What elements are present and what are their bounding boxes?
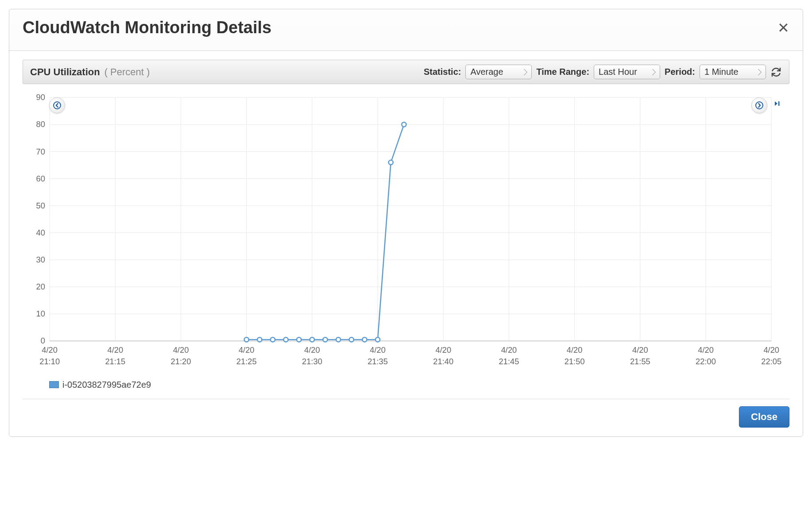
chart-nav-prev-button[interactable] xyxy=(49,97,65,113)
svg-text:0: 0 xyxy=(41,336,45,345)
close-button[interactable]: Close xyxy=(739,406,789,428)
svg-text:4/20: 4/20 xyxy=(108,345,124,355)
metric-name: CPU Utilization xyxy=(30,66,100,78)
svg-text:30: 30 xyxy=(36,255,45,264)
svg-text:21:40: 21:40 xyxy=(433,357,453,366)
svg-point-1 xyxy=(756,102,763,109)
svg-text:70: 70 xyxy=(36,147,45,156)
dialog-footer: Close xyxy=(23,399,789,428)
svg-rect-2 xyxy=(778,101,780,106)
svg-text:21:55: 21:55 xyxy=(630,357,650,366)
timerange-label: Time Range: xyxy=(536,67,589,77)
svg-text:40: 40 xyxy=(36,228,45,237)
chart-area: 01020304050607080904/2021:104/2021:154/2… xyxy=(23,93,789,399)
period-select[interactable]: 1 Minute xyxy=(700,65,766,79)
svg-text:60: 60 xyxy=(36,174,45,183)
svg-text:21:35: 21:35 xyxy=(367,357,388,366)
svg-point-69 xyxy=(362,337,367,342)
svg-text:50: 50 xyxy=(36,201,45,210)
svg-point-71 xyxy=(389,160,393,165)
svg-text:4/20: 4/20 xyxy=(763,345,779,355)
chevron-left-icon xyxy=(53,101,61,109)
svg-text:20: 20 xyxy=(36,282,45,291)
legend-swatch xyxy=(49,381,59,388)
controls-bar: CPU Utilization ( Percent ) Statistic: A… xyxy=(23,60,789,84)
dialog-header: CloudWatch Monitoring Details ✕ xyxy=(9,9,803,51)
svg-text:4/20: 4/20 xyxy=(435,345,451,355)
svg-text:22:00: 22:00 xyxy=(696,357,716,366)
svg-text:21:15: 21:15 xyxy=(105,357,125,366)
svg-text:21:10: 21:10 xyxy=(39,357,60,366)
timerange-select[interactable]: Last Hour xyxy=(594,65,660,79)
period-label: Period: xyxy=(665,67,695,77)
svg-text:4/20: 4/20 xyxy=(567,345,583,355)
svg-point-65 xyxy=(310,337,314,342)
svg-text:4/20: 4/20 xyxy=(698,345,714,355)
period-value: 1 Minute xyxy=(704,67,739,77)
svg-point-63 xyxy=(284,337,288,342)
legend-series-label: i-05203827995ae72e9 xyxy=(62,380,151,390)
svg-text:10: 10 xyxy=(36,309,45,318)
dialog-title: CloudWatch Monitoring Details xyxy=(23,18,271,37)
svg-point-66 xyxy=(323,337,327,342)
svg-text:4/20: 4/20 xyxy=(370,345,386,355)
svg-text:21:45: 21:45 xyxy=(499,357,519,366)
svg-text:4/20: 4/20 xyxy=(632,345,648,355)
dialog-body: CPU Utilization ( Percent ) Statistic: A… xyxy=(9,51,803,436)
line-chart: 01020304050607080904/2021:104/2021:154/2… xyxy=(23,93,789,373)
svg-text:4/20: 4/20 xyxy=(42,345,58,355)
svg-text:21:30: 21:30 xyxy=(302,357,322,366)
svg-point-0 xyxy=(54,102,61,109)
svg-point-62 xyxy=(271,337,275,342)
metric-unit: ( Percent ) xyxy=(104,66,150,78)
skip-end-icon xyxy=(773,100,781,107)
svg-text:4/20: 4/20 xyxy=(239,345,255,355)
svg-point-72 xyxy=(402,122,406,127)
svg-text:4/20: 4/20 xyxy=(173,345,189,355)
svg-text:21:25: 21:25 xyxy=(236,357,257,366)
svg-text:21:50: 21:50 xyxy=(565,357,585,366)
chart-legend: i-05203827995ae72e9 xyxy=(49,380,789,390)
svg-text:80: 80 xyxy=(36,120,45,129)
svg-text:22:05: 22:05 xyxy=(761,357,781,366)
close-icon[interactable]: ✕ xyxy=(777,21,789,35)
svg-point-64 xyxy=(297,337,301,342)
timerange-value: Last Hour xyxy=(599,67,637,77)
statistic-value: Average xyxy=(470,67,503,77)
svg-text:4/20: 4/20 xyxy=(304,345,320,355)
svg-point-68 xyxy=(349,337,354,342)
svg-text:21:20: 21:20 xyxy=(171,357,191,366)
monitoring-dialog: CloudWatch Monitoring Details ✕ CPU Util… xyxy=(9,9,803,437)
svg-point-60 xyxy=(244,337,249,342)
svg-text:90: 90 xyxy=(36,93,45,102)
svg-point-70 xyxy=(375,337,380,342)
statistic-select[interactable]: Average xyxy=(465,65,532,79)
svg-point-67 xyxy=(336,337,340,342)
svg-point-61 xyxy=(257,337,262,342)
statistic-label: Statistic: xyxy=(424,67,461,77)
chart-nav-end-button[interactable] xyxy=(773,100,781,109)
chart-nav-next-button[interactable] xyxy=(751,97,767,113)
refresh-icon[interactable] xyxy=(770,66,782,78)
svg-text:4/20: 4/20 xyxy=(501,345,517,355)
chevron-right-icon xyxy=(755,101,763,109)
